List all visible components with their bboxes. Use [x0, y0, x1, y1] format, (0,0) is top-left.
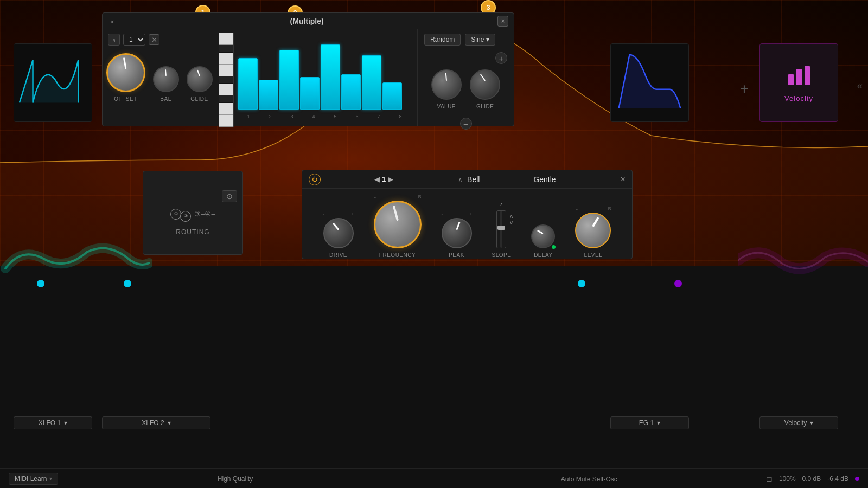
piano-key-white-1[interactable] [219, 33, 233, 45]
step-bar-1[interactable] [238, 58, 258, 110]
routing-link-button[interactable]: ⊙ [222, 190, 237, 202]
glide-left-knob[interactable] [187, 66, 213, 92]
step-col-8 [382, 82, 402, 110]
xlfo2-controls-top: ⩀ 1248 ✕ [108, 34, 210, 46]
piano-key-white-3[interactable] [219, 65, 233, 76]
offset-knob-group: OFFSET [106, 53, 145, 102]
piano-strip[interactable] [219, 33, 234, 127]
sine-dropdown[interactable]: Sine ▾ [465, 34, 495, 46]
filter-type-label: ∧ Bell [458, 175, 480, 184]
delay-dot [552, 245, 556, 249]
piano-key-white-5[interactable] [219, 103, 233, 115]
step-col-4 [300, 77, 320, 110]
mod-dot-1[interactable] [37, 280, 44, 287]
offset-knob[interactable] [106, 53, 145, 92]
mod-dot-3[interactable] [578, 280, 585, 287]
filter-header: ⏻ ◀ 1 ▶ ∧ Bell Gentle × [302, 170, 632, 189]
step-bar-7[interactable] [362, 55, 381, 110]
step-col-2 [259, 80, 278, 110]
step-num-5: 5 [325, 114, 346, 119]
step-bar-6[interactable] [341, 74, 361, 110]
value-knob-group: VALUE [431, 69, 462, 110]
footer-db1: 0.0 dB [802, 475, 821, 483]
eg1-label: EG 1 [639, 419, 654, 427]
snap-button[interactable]: ⩀ [108, 34, 120, 46]
xlfo2-label-arrow[interactable]: ▾ [168, 419, 171, 427]
xlfo1-dropdown-arrow[interactable]: ▾ [64, 419, 67, 427]
xlfo2-nav-left[interactable]: « [108, 16, 116, 27]
xlfo2-right-knobs: VALUE GLIDE [424, 69, 507, 112]
slope-arrow-down[interactable]: ∨ [509, 220, 513, 226]
velocity-bottom-label: Velocity [784, 419, 807, 427]
mod-dot-4[interactable] [674, 280, 682, 287]
xlfo2-left-section: ⩀ 1248 ✕ OFFSET [103, 29, 216, 126]
xlfo2-body: ⩀ 1248 ✕ OFFSET [103, 29, 514, 126]
mod-dot-2[interactable] [124, 280, 131, 287]
step-num-3: 3 [282, 114, 302, 119]
xlfo1-wave-display [14, 44, 92, 121]
piano-key-white-6[interactable] [219, 115, 233, 127]
filter-nav-left[interactable]: ◀ [374, 175, 380, 183]
svg-rect-3 [796, 69, 802, 85]
velocity-label: Velocity [784, 94, 813, 102]
footer-db2: -6.4 dB [827, 475, 848, 483]
delete-button[interactable]: ✕ [149, 34, 159, 45]
step-num-8: 8 [390, 114, 411, 119]
step-bar-8[interactable] [382, 82, 402, 110]
step-col-5 [321, 44, 340, 110]
step-sequencer: 12345678 [234, 33, 415, 123]
nav-right-button[interactable]: « [857, 80, 863, 92]
eg1-dropdown-arrow[interactable]: ▾ [657, 419, 660, 427]
routing-circle-1: ① [170, 209, 181, 220]
xlfo2-close-button[interactable]: × [497, 16, 508, 27]
filter-band-number: 1 [382, 175, 386, 183]
step-bar-3[interactable] [279, 50, 299, 110]
beat-select[interactable]: 1248 [123, 34, 145, 46]
offset-bal-glide-group: OFFSET BAL GLIDE [106, 53, 213, 102]
level-knob-label: LEVEL [584, 252, 603, 258]
minus-row: − [424, 118, 507, 130]
frequency-knob[interactable] [374, 201, 422, 248]
step-num-4: 4 [303, 114, 324, 119]
add-button[interactable]: + [495, 52, 507, 64]
filter-nav: ◀ 1 ▶ [374, 175, 393, 183]
peak-knob[interactable] [442, 218, 472, 248]
footer-quality: High Quality [58, 475, 412, 483]
step-bar-2[interactable] [259, 80, 278, 110]
step-bar-4[interactable] [300, 77, 320, 110]
velocity-dropdown-arrow[interactable]: ▾ [810, 419, 813, 427]
glide-right-knob[interactable] [470, 69, 500, 100]
slope-slider[interactable]: ∧ ∨ [496, 210, 506, 248]
piano-step-section: 12345678 [216, 29, 417, 126]
add-module-button[interactable]: + [740, 80, 749, 98]
filter-power-button[interactable]: ⏻ [309, 174, 321, 185]
slope-arrow-up[interactable]: ∧ [509, 213, 513, 220]
piano-key-white-4[interactable] [219, 84, 233, 95]
midi-learn-button[interactable]: MIDI Learn ▾ [9, 473, 58, 485]
piano-key-black-3[interactable] [219, 95, 233, 103]
filter-nav-right[interactable]: ▶ [388, 175, 393, 183]
xlfo2-panel: « (Multiple) × ⩀ 1248 ✕ OFFSET [102, 12, 514, 126]
step-num-1: 1 [238, 114, 259, 119]
step-bar-5[interactable] [321, 44, 340, 110]
drive-knob[interactable] [323, 218, 354, 248]
step-numbers: 12345678 [238, 112, 411, 119]
glide-left-knob-label: GLIDE [190, 96, 208, 102]
piano-key-black-2[interactable] [219, 76, 233, 84]
piano-key-white-2[interactable] [219, 53, 233, 65]
minus-button[interactable]: − [460, 118, 472, 130]
value-knob[interactable] [431, 69, 462, 100]
glide-left-knob-group: GLIDE [187, 66, 213, 102]
delay-knob[interactable] [531, 224, 555, 248]
delay-knob-group: DELAY [531, 224, 555, 258]
purple-wave-svg [738, 241, 868, 277]
footer-stop-icon[interactable]: ◻ [766, 474, 773, 483]
level-knob[interactable] [575, 213, 611, 248]
bal-knob[interactable] [153, 66, 179, 92]
random-dropdown[interactable]: Random [424, 34, 461, 46]
piano-key-black-1[interactable] [219, 45, 233, 53]
filter-close-button[interactable]: × [621, 175, 626, 184]
xlfo2-label-bar: XLFO 2 ▾ [102, 416, 210, 429]
footer-auto-mute: Auto Mute Self-Osc [412, 474, 766, 484]
frequency-knob-group: LR FREQUENCY [374, 194, 422, 258]
